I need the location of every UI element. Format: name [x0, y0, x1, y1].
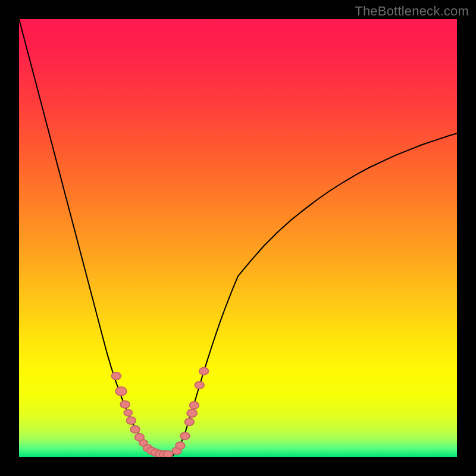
- marker-right-1: [176, 442, 184, 449]
- marker-right-5: [190, 402, 199, 409]
- marker-right-7: [199, 368, 208, 375]
- marker-right-2: [180, 433, 189, 440]
- plot-area: [19, 19, 457, 457]
- chart-frame: TheBottleneck.com: [0, 0, 476, 476]
- chart-svg: [19, 19, 457, 457]
- marker-left-3: [124, 409, 132, 416]
- marker-left-4: [127, 417, 136, 424]
- marker-left-1: [115, 387, 127, 395]
- watermark-text: TheBottleneck.com: [355, 4, 469, 19]
- marker-left-13: [164, 451, 173, 457]
- marker-left-2: [120, 401, 129, 408]
- marker-right-4: [187, 409, 197, 417]
- marker-left-5: [130, 426, 139, 433]
- marker-right-6: [195, 381, 204, 389]
- plot-background: [19, 19, 457, 457]
- marker-left-0: [112, 372, 121, 380]
- marker-right-3: [185, 418, 194, 425]
